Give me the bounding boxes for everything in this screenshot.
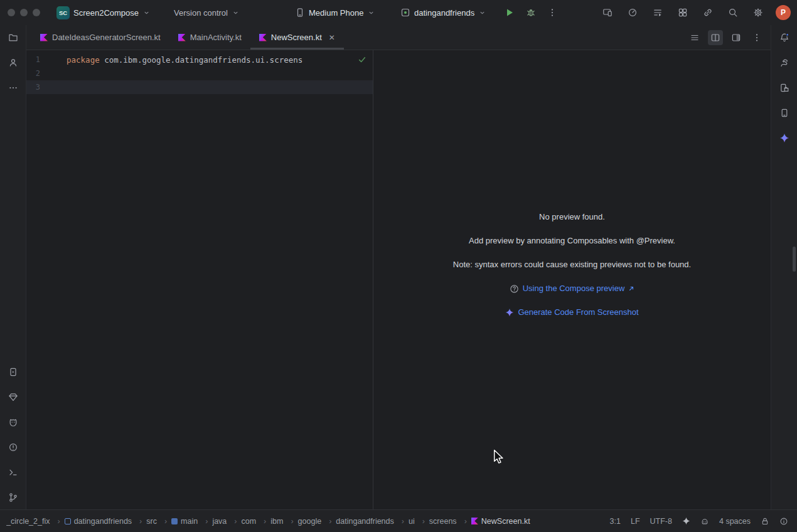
breadcrumb-item[interactable]: src (146, 517, 171, 526)
notifications-status-widget[interactable] (779, 517, 788, 526)
gemini-tool-button[interactable] (777, 130, 792, 146)
editor-tab-bar: DateIdeasGeneratorScreen.kt MainActivity… (26, 25, 771, 50)
gear-icon (753, 8, 763, 18)
search-everywhere-button[interactable] (725, 5, 741, 20)
device-selector[interactable]: Medium Phone (295, 0, 375, 25)
user-avatar[interactable]: P (776, 5, 791, 20)
project-widget[interactable]: SC Screen2Compose (56, 0, 151, 25)
terminal-icon (8, 467, 18, 477)
app-quality-insights-tool-button[interactable] (6, 390, 21, 405)
tab-dateideasgeneratorscreen[interactable]: DateIdeasGeneratorScreen.kt (31, 25, 169, 50)
logcat-tool-button[interactable] (6, 415, 21, 430)
tab-newscreen[interactable]: NewScreen.kt ✕ (250, 25, 344, 50)
people-icon (8, 58, 18, 68)
gemini-status-widget[interactable] (682, 517, 690, 525)
caret-position-widget[interactable]: 3:1 (610, 517, 621, 526)
split-view-button[interactable] (708, 30, 723, 45)
device-manager-button[interactable] (675, 5, 690, 20)
chevron-down-icon (142, 9, 151, 17)
breadcrumb-item[interactable]: ibm (270, 517, 297, 526)
copilot-icon (700, 517, 709, 526)
gemini-star-icon (682, 517, 690, 525)
breadcrumb-item[interactable]: main (171, 517, 212, 526)
design-view-button[interactable] (729, 30, 744, 45)
code-line[interactable]: 2 (26, 66, 373, 80)
device-frame-icon (602, 8, 612, 18)
help-circle-icon (510, 284, 519, 294)
minimize-window-button[interactable] (20, 9, 28, 16)
preview-mode-controls (687, 25, 771, 50)
readonly-toggle[interactable] (761, 517, 769, 526)
line-separator-widget[interactable]: LF (631, 517, 640, 526)
breadcrumb: _circle_2_fix datingandfriends src main … (6, 517, 530, 526)
project-tool-button[interactable] (6, 30, 21, 45)
copilot-status-widget[interactable] (700, 517, 709, 526)
device-explorer-button[interactable] (777, 80, 792, 95)
editor-split-area: 1 package com.ibm.google.datingandfriend… (26, 50, 771, 509)
device-manager-tool-button[interactable] (777, 105, 792, 120)
breadcrumb-item[interactable]: screens (429, 517, 471, 526)
external-link-icon (628, 285, 634, 292)
breadcrumb-item[interactable]: datingandfriends (336, 517, 409, 526)
running-devices-button[interactable] (650, 5, 665, 20)
more-tool-windows-button[interactable] (6, 80, 21, 95)
tab-label: MainActivity.kt (190, 33, 242, 42)
tab-mainactivity[interactable]: MainActivity.kt (169, 25, 250, 50)
design-view-icon (731, 33, 741, 43)
code-line[interactable]: 1 package com.ibm.google.datingandfriend… (26, 53, 373, 66)
generate-code-from-screenshot-link[interactable]: Generate Code From Screenshot (505, 306, 638, 319)
logcat-cat-icon (8, 417, 18, 427)
scrollbar-thumb[interactable] (793, 247, 796, 272)
kebab-menu-icon (752, 33, 762, 43)
breadcrumb-item[interactable]: datingandfriends (65, 517, 147, 526)
close-window-button[interactable] (8, 9, 15, 16)
layout-inspector-button[interactable] (600, 5, 615, 20)
tab-label: NewScreen.kt (271, 33, 322, 42)
kotlin-file-icon (178, 34, 186, 41)
breadcrumb-item[interactable]: com (241, 517, 270, 526)
line-number: 3 (26, 83, 40, 92)
gem-icon (8, 392, 18, 402)
people-tool-button[interactable] (6, 55, 21, 70)
inspections-widget[interactable] (358, 55, 366, 66)
line-number: 2 (26, 69, 40, 78)
breadcrumb-item[interactable]: java (212, 517, 241, 526)
indent-widget[interactable]: 4 spaces (719, 517, 751, 526)
debug-button[interactable] (523, 0, 538, 25)
editor-options-button[interactable] (749, 30, 764, 45)
run-configuration-selector[interactable]: datingandfriends (400, 0, 486, 25)
device-mirroring-button[interactable] (700, 5, 715, 20)
zoom-window-button[interactable] (33, 9, 40, 16)
running-devices-tool-button[interactable] (6, 364, 21, 380)
terminal-tool-button[interactable] (6, 465, 21, 480)
version-control-widget[interactable]: Version control (174, 0, 240, 25)
close-tab-icon[interactable]: ✕ (329, 34, 335, 41)
gradle-tool-button[interactable] (777, 55, 792, 70)
more-run-options-button[interactable] (545, 0, 560, 25)
code-editor[interactable]: 1 package com.ibm.google.datingandfriend… (26, 50, 373, 509)
settings-button[interactable] (751, 5, 766, 20)
version-control-tool-button[interactable] (6, 490, 21, 505)
code-line-caret[interactable]: 3 (26, 80, 373, 94)
no-problems-check-icon (358, 55, 366, 64)
breadcrumb-item-current-file[interactable]: NewScreen.kt (471, 517, 530, 526)
android-studio-window: SC Screen2Compose Version control Medium… (0, 0, 797, 532)
preview-note: Note: syntax errors could cause existing… (373, 258, 771, 271)
problems-tool-button[interactable] (6, 440, 21, 455)
breadcrumb-item[interactable]: _circle_2_fix (6, 517, 65, 526)
code-text: package com.ibm.google.datingandfriends.… (40, 55, 302, 65)
breadcrumb-item[interactable]: google (298, 517, 336, 526)
preview-message: No preview found. Add preview by annotat… (373, 211, 771, 330)
notifications-button[interactable] (777, 30, 792, 45)
run-button[interactable] (502, 0, 517, 25)
encoding-widget[interactable]: UTF-8 (650, 517, 672, 526)
breadcrumb-item[interactable]: ui (409, 517, 429, 526)
git-branch-icon (8, 492, 18, 503)
code-view-button[interactable] (687, 30, 702, 45)
compose-preview-doc-link[interactable]: Using the Compose preview (510, 282, 635, 295)
kotlin-file-icon (471, 518, 478, 524)
project-badge: SC (56, 6, 70, 19)
status-widgets: 3:1 LF UTF-8 4 spaces (610, 517, 788, 526)
version-control-label: Version control (174, 8, 228, 18)
profiler-button[interactable] (625, 5, 640, 20)
